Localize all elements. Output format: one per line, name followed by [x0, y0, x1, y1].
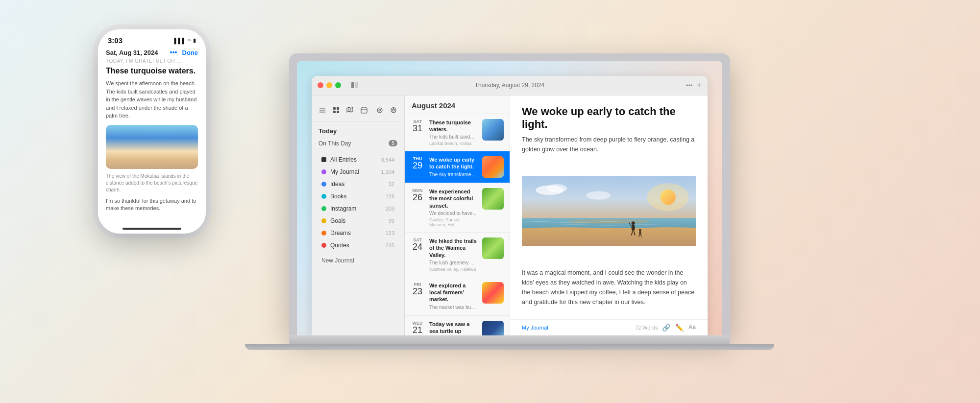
laptop-screen: Thursday, August 29, 2024 ••• +: [297, 61, 722, 335]
entry-item[interactable]: SAT24We hiked the trails of the Waimea V…: [405, 233, 510, 277]
sidebar-item-label: All Entries: [330, 156, 377, 163]
settings1-button[interactable]: [374, 103, 386, 117]
signal-icon: ▌▌▌: [174, 38, 186, 44]
detail-panel[interactable]: We woke up early to catch the light. The…: [510, 95, 708, 335]
entry-date: FRI23: [411, 282, 424, 297]
iphone-beach-image: [106, 125, 198, 169]
battery-icon: ▮: [193, 37, 196, 44]
iphone-entry-body: We spent the afternoon on the beach. The…: [106, 79, 198, 120]
entry-date: WED21: [411, 321, 424, 335]
svg-point-17: [661, 190, 676, 205]
iphone-date: Sat, Aug 31, 2024: [106, 49, 158, 56]
scene: 3:03 ▌▌▌ ⌔ ▮ Sat, Aug 31, 2024 ••• Done …: [0, 0, 980, 403]
attachment-icon[interactable]: 🔗: [662, 324, 670, 332]
sidebar-item-label: Ideas: [330, 181, 385, 188]
sidebar-item-all-entries[interactable]: All Entries3,544: [315, 154, 401, 166]
entry-day: 29: [411, 161, 424, 171]
entry-item[interactable]: FRI23We explored a local farmers' market…: [405, 277, 510, 316]
laptop-foot: [245, 344, 774, 350]
sidebar-item-count: 99: [389, 218, 394, 224]
laptop-screen-bezel: Thursday, August 29, 2024 ••• +: [289, 53, 730, 335]
entry-title: We experienced the most colorful sunset.: [429, 188, 477, 209]
iphone-done-button[interactable]: Done: [182, 49, 198, 56]
entry-item[interactable]: MON26We experienced the most colorful su…: [405, 183, 510, 233]
iphone-image-caption: The view of the Mokulua Islands in the d…: [106, 173, 198, 193]
sidebar-item-count: 126: [386, 193, 394, 199]
svg-point-11: [379, 109, 381, 111]
detail-body-2: It was a magical moment, and I could see…: [510, 268, 708, 315]
sidebar-item-dot: [321, 157, 326, 162]
svg-point-13: [392, 109, 394, 111]
sidebar-item-goals[interactable]: Goals99: [315, 215, 401, 227]
iphone-grateful-label: TODAY, I'M GRATEFUL FOR ...: [106, 58, 198, 64]
sidebar-item-dot: [321, 169, 326, 174]
laptop-device: Thursday, August 29, 2024 ••• +: [289, 53, 730, 350]
svg-point-19: [546, 185, 567, 193]
map-view-button[interactable]: [344, 103, 356, 117]
svg-rect-2: [319, 108, 325, 109]
minimize-button[interactable]: [326, 82, 332, 88]
detail-footer-icons: 🔗 ✏️ Aa: [662, 324, 696, 332]
settings2-button[interactable]: [388, 103, 399, 117]
entry-list-header: August 2024: [405, 95, 510, 114]
sidebar-item-instagram[interactable]: Instagram203: [315, 203, 401, 214]
svg-rect-5: [333, 107, 336, 110]
view-toolbar: [312, 101, 404, 121]
new-journal-button[interactable]: New Journal: [315, 253, 401, 268]
iphone-entry-image: [106, 125, 198, 169]
sidebar-item-dreams[interactable]: Dreams123: [315, 227, 401, 239]
entry-list: SAT31These turquoise waters.The kids bui…: [405, 114, 510, 335]
entry-item[interactable]: THU29We woke up early to catch the light…: [405, 151, 510, 183]
entry-preview: We decided to have...: [429, 210, 477, 216]
entry-item[interactable]: WED21Today we saw a sea turtle up close.…: [405, 316, 510, 335]
traffic-lights: [318, 82, 341, 88]
list-view-button[interactable]: [317, 103, 328, 117]
app-window: Thursday, August 29, 2024 ••• +: [312, 76, 708, 335]
svg-rect-1: [355, 82, 358, 88]
sidebar-item-quotes[interactable]: Quotes245: [315, 239, 401, 251]
iphone-date-header: Sat, Aug 31, 2024 ••• Done: [106, 45, 198, 58]
svg-rect-4: [319, 112, 325, 113]
svg-point-24: [632, 222, 635, 225]
main-content: Today On This Day 5 All Entries3,544My J…: [312, 95, 708, 335]
entry-item[interactable]: SAT31These turquoise waters.The kids bui…: [405, 114, 510, 152]
entry-list-panel: August 2024 SAT31These turquoise waters.…: [405, 95, 510, 335]
close-button[interactable]: [318, 82, 323, 88]
grid-view-button[interactable]: [330, 103, 342, 117]
font-icon[interactable]: Aa: [688, 324, 696, 332]
sidebar-item-dot: [321, 206, 326, 211]
sidebar-item-label: Quotes: [330, 242, 382, 249]
entry-day: 21: [411, 326, 424, 335]
sidebar-item-ideas[interactable]: Ideas32: [315, 178, 401, 190]
iphone-more-button[interactable]: •••: [170, 48, 177, 56]
more-button[interactable]: •••: [686, 82, 693, 89]
sidebar-item-dot: [321, 218, 326, 223]
detail-title: We woke up early to catch the light.: [510, 95, 708, 135]
sidebar-item-label: Books: [330, 193, 382, 200]
entry-tags: Lanikai Beach, Kailua: [429, 141, 477, 146]
calendar-view-button[interactable]: [358, 103, 370, 117]
laptop-base: [289, 335, 730, 344]
entry-content: We hiked the trails of the Waimea Valley…: [429, 237, 477, 272]
add-button[interactable]: +: [697, 80, 702, 91]
sidebar-item-count: 123: [386, 230, 394, 236]
sidebar-item-label: My Journal: [330, 168, 377, 175]
iphone-status-icons: ▌▌▌ ⌔ ▮: [174, 37, 196, 44]
sidebar-item-my-journal[interactable]: My Journal1,104: [315, 166, 401, 178]
sidebar-item-count: 32: [389, 181, 394, 187]
entry-day: 24: [411, 242, 424, 252]
sidebar-item-books[interactable]: Books126: [315, 190, 401, 202]
sidebar-item-label: Goals: [330, 217, 385, 224]
fullscreen-button[interactable]: [335, 82, 341, 88]
entry-preview: The lush greenery an...: [429, 260, 477, 266]
entry-day: 31: [411, 124, 424, 134]
sidebar: Today On This Day 5 All Entries3,544My J…: [312, 95, 405, 335]
detail-image: [522, 162, 696, 260]
entry-thumbnail: [482, 119, 504, 141]
svg-point-14: [393, 107, 394, 108]
sidebar-on-this-day[interactable]: On This Day 5: [312, 138, 404, 149]
detail-journal-label: My Journal: [522, 325, 635, 331]
sidebar-toggle-button[interactable]: [349, 79, 361, 91]
edit-icon[interactable]: ✏️: [675, 324, 684, 332]
entry-date: MON26: [411, 188, 424, 203]
